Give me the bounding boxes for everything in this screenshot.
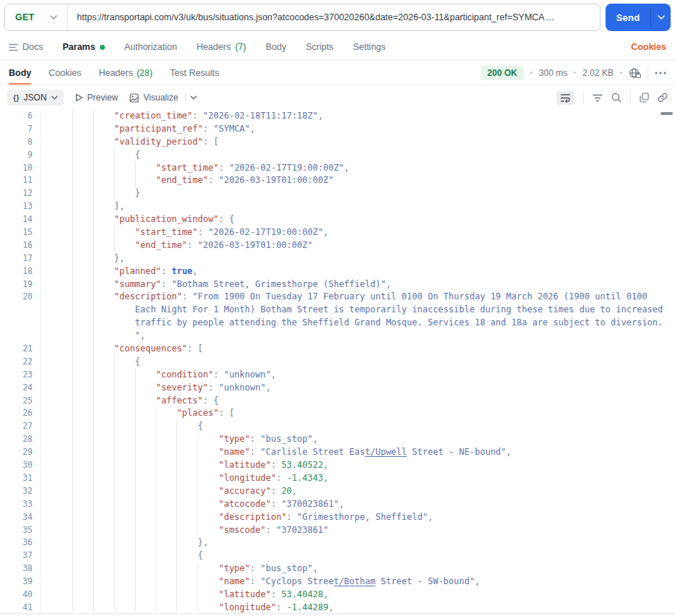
- indent-guide: [135, 498, 136, 511]
- response-time[interactable]: 300 ms: [539, 68, 567, 78]
- indent-guide: [72, 174, 73, 187]
- scrollbar-thumb[interactable]: [661, 112, 673, 115]
- method-selector[interactable]: GET: [5, 12, 34, 22]
- horizontal-scrollbar-track[interactable]: [0, 612, 675, 615]
- response-tab-headers-label: Headers: [98, 68, 132, 78]
- response-tab-headers-inner: Headers (28): [98, 68, 152, 78]
- code-line: 36 },: [0, 536, 675, 549]
- method-chevron-down-icon[interactable]: [50, 15, 57, 20]
- line-number: 21: [0, 343, 41, 356]
- link-icon[interactable]: [658, 93, 668, 103]
- line-number: 35: [0, 524, 41, 537]
- network-globe-lock-icon[interactable]: [629, 67, 641, 79]
- token-p: ,: [318, 111, 323, 121]
- indent-guide: [198, 459, 198, 472]
- code-content: "atcocode": "370023861",: [41, 498, 675, 511]
- token-p: :: [271, 486, 281, 496]
- response-tab-headers[interactable]: Headers (28): [98, 61, 152, 85]
- code-line: 8 "validity_period": [: [0, 136, 675, 149]
- code-content: },: [41, 252, 675, 265]
- code-content: "type": "bus_stop",: [41, 433, 675, 446]
- indent-guide: [93, 356, 94, 369]
- token-p: ,: [313, 434, 318, 444]
- response-tab-cookies-label: Cookies: [48, 68, 81, 78]
- wrap-text-button[interactable]: [556, 91, 574, 105]
- copy-icon[interactable]: [640, 93, 649, 103]
- format-selector[interactable]: {} JSON: [7, 90, 64, 106]
- tab-headers[interactable]: Headers (7): [197, 42, 247, 52]
- response-tab-test-results[interactable]: Test Results: [170, 61, 219, 85]
- code-content: {: [41, 149, 675, 162]
- indent-guide: [93, 576, 94, 589]
- tab-body[interactable]: Body: [266, 42, 286, 52]
- headers-count: (7): [235, 42, 246, 52]
- preview-button[interactable]: Preview: [75, 93, 119, 103]
- code-content: "places": [: [41, 407, 675, 420]
- indent-guide: [135, 459, 136, 472]
- code-content: "description": "Grimesthorpe, Sheffield"…: [41, 511, 675, 524]
- token-p: ,: [140, 330, 145, 341]
- token-s: "Botham Street, Grimesthorpe (Sheffield)…: [171, 279, 386, 289]
- status-badge[interactable]: 200 OK: [481, 66, 524, 80]
- code-content: "start_time": "2026-02-17T19:00:00Z",: [41, 162, 675, 175]
- token-k: "atcocode": [218, 499, 271, 509]
- tab-docs[interactable]: Docs: [9, 42, 43, 52]
- line-number: 13: [0, 200, 41, 213]
- token-n: -1.4343: [286, 473, 323, 483]
- token-p: ,: [339, 499, 344, 509]
- indent-guide: [114, 369, 115, 382]
- indent-guide: [114, 174, 115, 187]
- code-content: "start_time": "2026-02-17T19:00:00Z",: [41, 226, 675, 239]
- send-options-chevron-icon[interactable]: [651, 4, 671, 31]
- line-number: 6: [0, 110, 41, 123]
- search-icon[interactable]: [611, 93, 621, 103]
- token-p: ,: [192, 266, 198, 276]
- send-button-label[interactable]: Send: [606, 4, 650, 31]
- visualize-button[interactable]: Visualize: [130, 92, 197, 103]
- visualize-icon: [130, 93, 139, 103]
- indent-guide: [135, 511, 136, 524]
- filter-icon[interactable]: [593, 94, 603, 102]
- format-chevron-down-icon: [51, 95, 58, 100]
- indent-guide: [72, 576, 73, 589]
- indent-guide: [93, 174, 94, 187]
- json-braces-icon: {}: [13, 93, 20, 102]
- request-tabs: Docs Params Authorization Headers (7) Bo…: [0, 34, 675, 61]
- indent-guide: [93, 136, 94, 149]
- cookies-link[interactable]: Cookies: [631, 42, 666, 52]
- tab-params[interactable]: Params: [62, 42, 104, 52]
- response-size[interactable]: 2.02 KB: [582, 68, 614, 78]
- toolbar-divider: [583, 92, 584, 103]
- token-s: "bus_stop": [260, 434, 313, 444]
- indent-guide: [93, 382, 94, 395]
- indent-guide: [72, 304, 73, 317]
- send-button[interactable]: Send: [606, 4, 671, 31]
- code-content: {: [41, 549, 675, 562]
- response-options-icon[interactable]: [655, 72, 666, 74]
- tab-settings[interactable]: Settings: [353, 42, 386, 52]
- url-input[interactable]: https://transportapi.com/v3/uk/bus/situa…: [68, 12, 600, 22]
- token-p: :: [271, 589, 281, 599]
- indent-guide: [93, 369, 94, 382]
- token-k: "smscode": [218, 525, 266, 535]
- indent-guide: [135, 407, 136, 420]
- code-line: 13 ],: [0, 200, 675, 213]
- response-tab-cookies[interactable]: Cookies: [48, 61, 81, 85]
- indent-guide: [135, 536, 136, 549]
- tab-authorization[interactable]: Authorization: [124, 42, 177, 52]
- token-p: ,: [428, 512, 433, 522]
- code-line: traffic by people attending the Sheffiel…: [0, 317, 675, 330]
- code-line: 16 "end_time": "2026-03-19T01:00:00Z": [0, 239, 675, 252]
- code-line: 25 "affects": {: [0, 395, 675, 408]
- token-k: "affects": [156, 395, 203, 406]
- token-k: "type": [218, 434, 250, 444]
- token-n: 20: [281, 486, 292, 496]
- code-line: 12 }: [0, 187, 675, 200]
- indent-guide: [93, 433, 94, 446]
- response-tab-body[interactable]: Body: [9, 61, 31, 85]
- tab-scripts-label: Scripts: [306, 42, 334, 52]
- indent-guide: [198, 576, 198, 589]
- token-s: "bus_stop": [260, 563, 313, 573]
- indent-guide: [177, 524, 177, 537]
- tab-scripts[interactable]: Scripts: [306, 42, 334, 52]
